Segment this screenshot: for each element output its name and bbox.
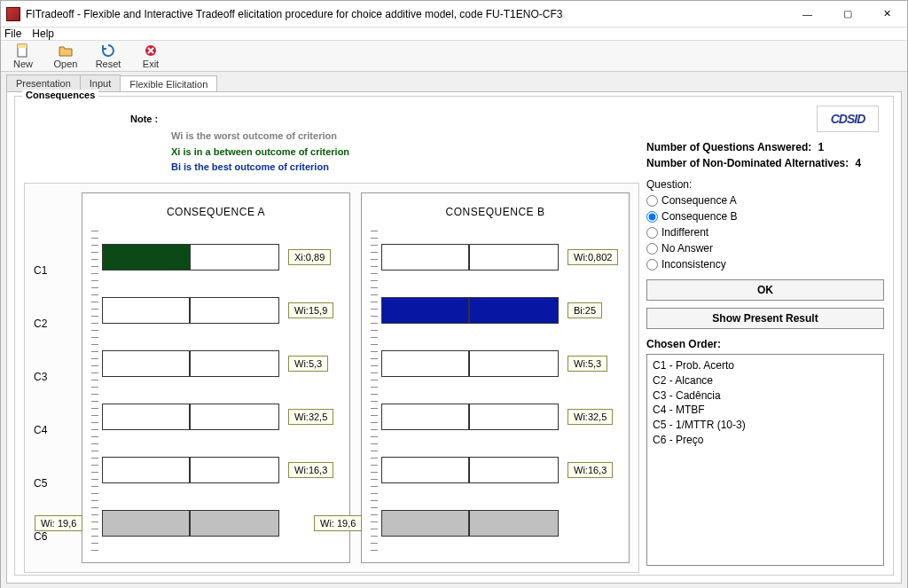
group-consequences: Consequences CDSID Note : Wi is the wors… (14, 96, 894, 576)
question-group: Question: Consequence A Consequence B In… (646, 178, 884, 272)
menu-help[interactable]: Help (32, 27, 54, 40)
chosen-order-item[interactable]: C4 - MTBF (653, 403, 878, 418)
consequence-a-panel: CONSEQUENCE A Xi:0,89Wi:15,9Wi:5,3Wi:32,… (82, 192, 350, 563)
axis-rail (371, 231, 378, 553)
criterion-bar (381, 457, 559, 483)
note-box: Note : Wi is the worst outcome of criter… (130, 113, 521, 176)
consequence-a-bars: Xi:0,89Wi:15,9Wi:5,3Wi:32,5Wi:16,3Wi: 19… (98, 231, 340, 553)
bar-midpoint-tick (189, 244, 191, 270)
value-badge: Wi:16,3 (568, 462, 613, 478)
bar-row: Bi:25 (378, 284, 620, 337)
toolbar-new[interactable]: New (6, 43, 40, 69)
toolbar-exit[interactable]: Exit (134, 43, 168, 69)
bar-midpoint-tick (468, 244, 470, 270)
radio-label: Consequence B (661, 210, 737, 223)
reset-icon (100, 43, 116, 59)
value-badge: Wi:32,5 (568, 409, 613, 425)
consequence-b-title: CONSEQUENCE B (371, 206, 620, 218)
radio-label: Inconsistency (661, 258, 726, 270)
criterion-bar (102, 404, 279, 430)
show-present-result-button[interactable]: Show Present Result (646, 308, 884, 329)
toolbar-open[interactable]: Open (49, 43, 82, 69)
close-button[interactable]: ✕ (867, 1, 907, 27)
folder-open-icon (58, 43, 74, 59)
value-badge: Wi:16,3 (288, 462, 333, 478)
criterion-bar (102, 510, 279, 537)
bar-row: Wi: 19,6 (98, 497, 340, 550)
criterion-label: C2 (34, 318, 47, 330)
menu-file[interactable]: File (4, 27, 21, 40)
new-file-icon (15, 43, 31, 59)
criterion-label: C4 (34, 424, 47, 436)
bar-row: Wi:16,3 (98, 443, 340, 497)
ok-button[interactable]: OK (646, 279, 884, 301)
criterion-bar (102, 244, 279, 270)
chosen-order-list[interactable]: C1 - Prob. AcertoC2 - AlcanceC3 - Cadênc… (646, 354, 884, 566)
questions-answered-value: 1 (818, 141, 825, 153)
bar-midpoint-tick (468, 350, 470, 377)
axis-rail (91, 231, 98, 553)
criterion-bar (381, 404, 559, 430)
consequences-container: C1 C2 C3 C4 C5 C6 CONSEQUENCE A (24, 183, 639, 573)
chosen-order-item[interactable]: C5 - 1/MTTR (10-3) (653, 418, 878, 433)
chosen-order-item[interactable]: C1 - Prob. Acerto (653, 358, 878, 373)
toolbar-open-label: Open (54, 59, 78, 69)
tab-flexible-elicitation[interactable]: Flexible Elicitation (120, 75, 217, 92)
nondominated-line: Number of Non-Dominated Alternatives: 4 (646, 157, 884, 169)
app-icon (6, 7, 20, 21)
bar-midpoint-tick (468, 404, 470, 430)
cdsid-logo: CDSID (817, 106, 879, 132)
criterion-label: C6 (34, 530, 47, 543)
bar-fill (103, 245, 191, 270)
exit-icon (143, 43, 159, 59)
consequence-b-bars: Wi:0,802Bi:25Wi:5,3Wi:32,5Wi:16,3Wi: 19,… (378, 231, 620, 553)
chosen-order-item[interactable]: C3 - Cadência (653, 388, 878, 404)
bar-midpoint-tick (189, 457, 191, 483)
value-badge: Wi:5,3 (288, 356, 328, 372)
criterion-bar (102, 457, 279, 483)
minimize-button[interactable]: — (787, 1, 827, 27)
group-title: Consequences (22, 90, 98, 100)
radio-label: Consequence A (661, 194, 737, 207)
criterion-bar (102, 350, 279, 377)
tab-strip: Presentation Input Flexible Elicitation (6, 72, 902, 91)
value-badge: Xi:0,89 (288, 249, 331, 265)
bar-midpoint-tick (468, 510, 470, 537)
criterion-label: C1 (34, 264, 47, 277)
consequence-a-title: CONSEQUENCE A (91, 206, 340, 218)
toolbar-reset[interactable]: Reset (91, 43, 125, 69)
value-badge: Wi: 19,6 (314, 515, 362, 531)
chosen-order-item[interactable]: C6 - Preço (653, 433, 878, 448)
questions-answered-label: Number of Questions Answered: (646, 141, 811, 153)
criterion-label: C3 (34, 371, 47, 383)
chosen-order-item[interactable]: C2 - Alcance (653, 373, 878, 388)
value-badge: Wi:15,9 (288, 302, 333, 318)
bar-row: Wi:5,3 (98, 337, 340, 390)
radio-inconsistency[interactable]: Inconsistency (646, 256, 884, 272)
criterion-bar (381, 510, 559, 537)
question-label: Question: (646, 178, 884, 191)
maximize-button[interactable]: ▢ (827, 1, 867, 27)
value-badge: Wi:5,3 (568, 356, 607, 372)
bar-midpoint-tick (189, 297, 191, 324)
note-xi: Xi is in a between outcome of criterion (171, 145, 521, 161)
radio-no-answer[interactable]: No Answer (646, 240, 884, 256)
criterion-bar (381, 244, 559, 270)
svg-rect-1 (18, 44, 27, 48)
toolbar-reset-label: Reset (96, 59, 121, 69)
criterion-bar (381, 350, 559, 377)
window-title: FITradeoff - Flexible and Interactive Tr… (26, 8, 787, 20)
criterion-bar (102, 297, 279, 324)
value-badge: Wi:32,5 (288, 409, 333, 425)
value-badge: Bi:25 (568, 302, 602, 318)
radio-consequence-a[interactable]: Consequence A (646, 192, 884, 208)
bar-midpoint-tick (189, 404, 191, 430)
radio-consequence-b[interactable]: Consequence B (646, 208, 884, 224)
bar-midpoint-tick (189, 510, 191, 537)
titlebar: FITradeoff - Flexible and Interactive Tr… (1, 1, 907, 27)
questions-answered-line: Number of Questions Answered: 1 (646, 141, 884, 153)
radio-indifferent[interactable]: Indifferent (646, 224, 884, 240)
nondominated-label: Number of Non-Dominated Alternatives: (646, 157, 849, 169)
toolbar-new-label: New (13, 59, 33, 69)
radio-label: No Answer (661, 242, 713, 255)
